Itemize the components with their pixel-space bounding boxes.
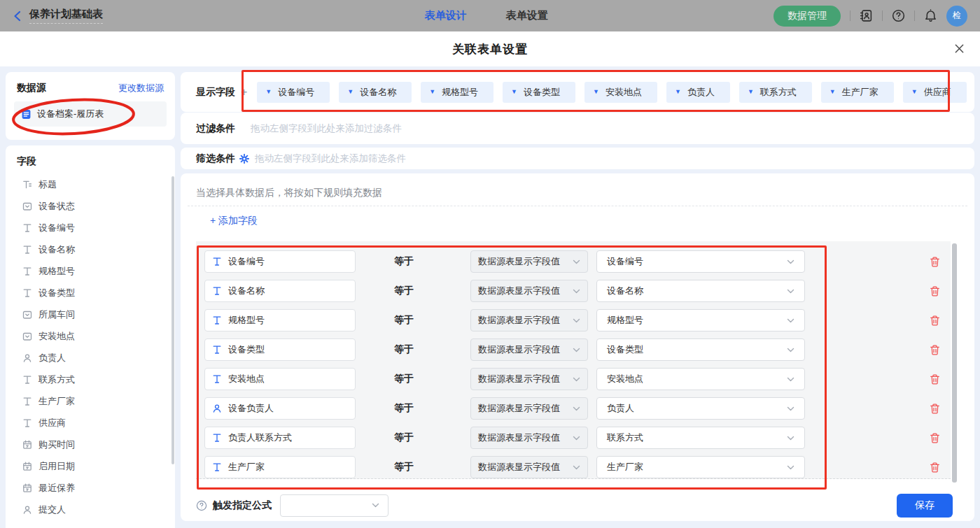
rule-field-box[interactable]: 负责人联系方式 [204, 427, 356, 449]
display-field-chip[interactable]: ▼规格型号 [421, 82, 493, 103]
delete-row-icon[interactable] [929, 315, 941, 327]
delete-row-icon[interactable] [929, 432, 941, 444]
rule-field-box[interactable]: 设备负责人 [204, 397, 356, 420]
rule-field-box[interactable]: 设备名称 [204, 280, 356, 302]
divider [882, 10, 883, 21]
rule-source-select[interactable]: 数据源表显示字段值 [470, 427, 588, 449]
display-field-chip[interactable]: ▼联系方式 [739, 82, 812, 103]
rule-source-select[interactable]: 数据源表显示字段值 [470, 456, 588, 478]
chevron-down-icon: ▼ [911, 89, 918, 95]
person-field-icon [22, 353, 32, 363]
rule-target-select[interactable]: 负责人 [596, 397, 805, 420]
rule-target-value: 规格型号 [607, 314, 643, 327]
rule-field-box[interactable]: 安装地点 [204, 368, 356, 390]
delete-row-icon[interactable] [929, 462, 941, 473]
rule-target-select[interactable]: 安装地点 [596, 368, 805, 390]
rule-field-box[interactable]: 生产厂家 [204, 456, 356, 478]
delete-row-icon[interactable] [929, 285, 941, 297]
field-item-label: 设备状态 [38, 200, 75, 213]
data-manage-button[interactable]: 数据管理 [774, 6, 841, 27]
filter-dropzone-placeholder[interactable]: 拖动左侧字段到此处来添加过滤条件 [251, 122, 402, 135]
rule-target-select[interactable]: 设备编号 [596, 250, 805, 273]
close-icon[interactable] [954, 43, 965, 54]
rule-target-value: 安装地点 [607, 373, 643, 385]
tab-form-settings[interactable]: 表单设置 [506, 9, 548, 22]
field-item[interactable]: 供应商 [22, 412, 175, 434]
sift-label: 筛选条件 [196, 152, 235, 165]
sift-dropzone-placeholder[interactable]: 拖动左侧字段到此处来添加筛选条件 [255, 152, 406, 165]
delete-row-icon[interactable] [929, 256, 941, 268]
display-field-chip[interactable]: ▼设备名称 [339, 82, 412, 103]
back-icon[interactable] [13, 10, 22, 22]
field-item[interactable]: 设备名称 [22, 238, 175, 260]
person-field-icon [22, 505, 32, 515]
rule-source-select[interactable]: 数据源表显示字段值 [470, 309, 588, 331]
display-field-chip[interactable]: ▼负责人 [666, 82, 730, 103]
field-item[interactable]: 设备状态 [22, 195, 175, 217]
field-item[interactable]: 设备类型 [22, 282, 175, 304]
rule-target-select[interactable]: 生产厂家 [596, 456, 805, 478]
rule-source-select[interactable]: 数据源表显示字段值 [470, 368, 588, 390]
add-field-link[interactable]: + 添加字段 [210, 215, 258, 227]
notification-bell-icon[interactable] [924, 9, 937, 22]
avatar[interactable]: 检 [946, 6, 967, 27]
change-datasource-link[interactable]: 更改数据源 [118, 82, 164, 94]
rule-target-select[interactable]: 规格型号 [596, 309, 805, 331]
field-item[interactable]: 安装地点 [22, 325, 175, 347]
trigger-help-icon[interactable] [196, 500, 207, 511]
add-display-field-button[interactable]: + [241, 86, 247, 99]
rule-target-value: 生产厂家 [607, 461, 643, 473]
address-book-icon[interactable] [860, 9, 873, 22]
field-item[interactable]: 联系方式 [22, 369, 175, 390]
field-item[interactable]: 设备编号 [22, 217, 175, 238]
rule-source-select[interactable]: 数据源表显示字段值 [470, 250, 588, 273]
chip-label: 设备类型 [524, 86, 560, 99]
display-field-chip[interactable]: ▼供应商 [903, 82, 967, 103]
delete-row-icon[interactable] [929, 373, 941, 385]
help-icon[interactable] [892, 9, 905, 22]
field-item[interactable]: 负责人 [22, 347, 175, 369]
rule-field-box[interactable]: 设备编号 [204, 250, 356, 273]
chevron-down-icon: ▼ [429, 89, 435, 95]
rule-field-box[interactable]: 规格型号 [204, 309, 356, 331]
display-field-chip[interactable]: ▼生产厂家 [821, 82, 894, 103]
delete-row-icon[interactable] [929, 403, 941, 415]
tab-form-design[interactable]: 表单设计 [425, 9, 467, 22]
field-item[interactable]: 规格型号 [22, 260, 175, 282]
rule-row: 规格型号等于数据源表显示字段值规格型号 [204, 309, 951, 331]
gear-icon[interactable] [239, 154, 249, 164]
field-item[interactable]: 最近保养 [22, 477, 175, 499]
rules-scrollbar[interactable] [952, 243, 957, 483]
chevron-down-icon: ▼ [830, 89, 836, 95]
rule-field-label: 设备名称 [228, 285, 265, 297]
display-field-chip[interactable]: ▼设备编号 [257, 82, 330, 103]
field-item-label: 启用日期 [38, 460, 75, 473]
display-field-chip[interactable]: ▼安装地点 [584, 82, 657, 103]
rule-source-select[interactable]: 数据源表显示字段值 [470, 397, 588, 420]
rule-source-select[interactable]: 数据源表显示字段值 [470, 338, 588, 361]
rule-target-select[interactable]: 设备类型 [596, 338, 805, 361]
display-field-chip[interactable]: ▼设备类型 [503, 82, 575, 103]
text-field-icon [212, 257, 222, 266]
rule-source-select[interactable]: 数据源表显示字段值 [470, 280, 588, 302]
field-item[interactable]: 所属车间 [22, 304, 175, 325]
rule-target-select[interactable]: 联系方式 [596, 427, 805, 449]
field-item[interactable]: 标题 [22, 173, 175, 195]
delete-row-icon[interactable] [929, 344, 941, 356]
rule-target-select[interactable]: 设备名称 [596, 280, 805, 302]
rule-field-box[interactable]: 设备类型 [204, 338, 356, 361]
field-item[interactable]: 购买时间 [22, 434, 175, 455]
field-item[interactable]: 启用日期 [22, 455, 175, 477]
save-button[interactable]: 保存 [897, 494, 953, 518]
rule-row: 设备类型等于数据源表显示字段值设备类型 [204, 338, 951, 361]
field-item-label: 设备编号 [38, 222, 75, 234]
datasource-item[interactable]: 设备档案-履历表 [14, 101, 167, 127]
fields-scrollbar[interactable] [172, 176, 174, 464]
chip-label: 供应商 [924, 86, 951, 99]
rule-operator: 等于 [394, 285, 416, 297]
field-item[interactable]: 生产厂家 [22, 390, 175, 412]
rule-field-label: 规格型号 [228, 314, 265, 327]
field-item[interactable]: 提交人 [22, 499, 175, 520]
trigger-formula-select[interactable] [280, 494, 388, 517]
form-name[interactable]: 保养计划基础表 [29, 8, 103, 24]
